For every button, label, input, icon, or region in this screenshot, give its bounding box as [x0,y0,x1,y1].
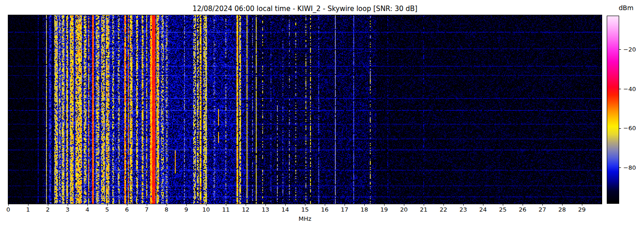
x-tick-mark [28,204,29,206]
x-tick-label: 0 [2,206,14,213]
x-tick-label: 4 [81,206,93,213]
x-tick-label: 26 [517,206,529,213]
colorbar-frame [607,16,619,204]
waterfall-plot-frame [8,15,602,204]
x-tick-label: 21 [418,206,430,213]
x-tick-mark [206,204,207,206]
x-tick-mark [226,204,226,206]
x-tick-mark [345,204,345,206]
x-tick-mark [265,204,266,206]
x-tick-mark [107,204,108,206]
x-tick-mark [127,204,127,206]
x-tick-label: 10 [200,206,212,213]
spectrogram-figure: 12/08/2024 06:00 local time - KIWI_2 - S… [0,0,644,230]
x-tick-mark [523,204,523,206]
x-tick-label: 14 [279,206,291,213]
x-tick-label: 17 [339,206,351,213]
x-tick-label: 25 [497,206,509,213]
x-tick-mark [186,204,187,206]
x-tick-label: 7 [141,206,153,213]
x-tick-label: 1 [22,206,34,213]
x-tick-mark [424,204,424,206]
x-tick-mark [582,204,582,206]
x-tick-label: 27 [536,206,548,213]
colorbar-gradient-canvas [607,16,619,203]
x-tick-label: 29 [576,206,588,213]
x-tick-label: 24 [477,206,489,213]
x-tick-label: 12 [240,206,252,213]
x-tick-label: 8 [161,206,172,213]
x-tick-mark [503,204,503,206]
x-tick-mark [364,204,365,206]
x-tick-mark [325,204,325,206]
colorbar-tick-label: −80 [623,164,644,172]
x-tick-mark [147,204,147,206]
chart-title: 12/08/2024 06:00 local time - KIWI_2 - S… [8,5,602,13]
x-tick-mark [48,204,48,206]
x-tick-mark [542,204,543,206]
x-tick-mark [246,204,246,206]
x-axis-label: MHz [8,215,602,222]
x-tick-mark [87,204,88,206]
x-tick-mark [463,204,464,206]
colorbar-tick-label: −20 [623,46,644,53]
x-tick-mark [305,204,305,206]
x-tick-mark [443,204,444,206]
x-tick-mark [8,204,9,206]
x-tick-label: 6 [121,206,133,213]
x-tick-mark [285,204,286,206]
colorbar-tick-label: −60 [623,125,644,132]
x-tick-label: 5 [101,206,113,213]
x-tick-label: 28 [556,206,568,213]
x-tick-label: 2 [42,206,54,213]
x-tick-mark [483,204,483,206]
x-tick-mark [384,204,385,206]
colorbar-tick-label: −40 [623,86,644,93]
x-tick-label: 20 [398,206,410,213]
x-tick-mark [68,204,68,206]
x-tick-label: 23 [457,206,469,213]
x-tick-label: 13 [259,206,271,213]
colorbar-tick-mark [619,128,621,129]
x-tick-mark [562,204,563,206]
colorbar-unit-label: dBm [612,4,640,12]
x-tick-label: 19 [378,206,390,213]
x-tick-label: 22 [437,206,449,213]
x-tick-mark [404,204,404,206]
x-tick-label: 18 [358,206,370,213]
x-tick-label: 16 [319,206,331,213]
x-tick-label: 9 [180,206,192,213]
colorbar-tick-mark [619,49,621,50]
colorbar-tick-mark [619,89,621,89]
x-tick-mark [167,204,167,206]
x-tick-label: 3 [62,206,74,213]
waterfall-heatmap-canvas [8,15,602,204]
x-tick-label: 11 [220,206,232,213]
x-tick-label: 15 [299,206,311,213]
colorbar-tick-mark [619,167,621,168]
